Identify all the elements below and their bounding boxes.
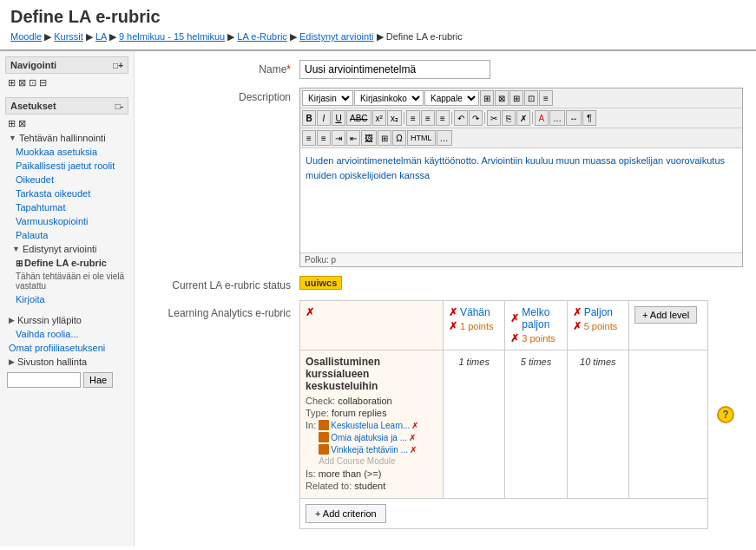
cm-del-1[interactable]: ✗ bbox=[411, 421, 418, 430]
editor-font-select[interactable]: Kirjasin bbox=[302, 90, 353, 106]
search-input[interactable] bbox=[7, 372, 81, 388]
breadcrumb-erubric[interactable]: LA e-Rubric bbox=[237, 31, 286, 42]
sep4 bbox=[532, 112, 533, 124]
editor-icon-btn-3[interactable]: ⊞ bbox=[509, 90, 523, 106]
delete-level-2-icon[interactable]: ✗ bbox=[510, 312, 519, 324]
sidebar-parent-tehtava[interactable]: ▼ Tehtävän hallinnointi bbox=[5, 131, 128, 145]
editor-bold-btn[interactable]: B bbox=[302, 110, 316, 126]
editor-para-btn[interactable]: ¶ bbox=[582, 110, 596, 126]
editor-strikethrough-btn[interactable]: ABC bbox=[346, 110, 371, 126]
editor-sup-btn[interactable]: x² bbox=[372, 110, 386, 126]
sidebar-parent-sivuston[interactable]: ▶ Sivuston hallinta bbox=[5, 355, 128, 369]
add-cm-link[interactable]: Add Course Module bbox=[319, 456, 418, 466]
editor-sub-btn[interactable]: x₂ bbox=[387, 110, 402, 126]
cm-icon-1 bbox=[319, 420, 329, 430]
sidebar-item-define[interactable]: ⊞ Define LA e-rubric bbox=[12, 256, 128, 270]
add-criterion-button[interactable]: + Add criterion bbox=[306, 504, 386, 523]
editor-outdent-btn[interactable]: ⇤ bbox=[346, 130, 360, 146]
editor-paste-btn[interactable]: ✗ bbox=[516, 110, 530, 126]
editor-more-btn[interactable]: … bbox=[549, 110, 565, 126]
sidebar-item-tarkasta[interactable]: Tarkasta oikeudet bbox=[12, 187, 128, 200]
editor-align-center-btn[interactable]: ≡ bbox=[421, 110, 435, 126]
editor-underline-btn[interactable]: U bbox=[332, 110, 345, 126]
sidebar-item-kirjoita[interactable]: Kirjoita bbox=[12, 292, 128, 306]
nav-icon3[interactable]: ⊡ bbox=[29, 77, 36, 88]
navigointi-header: Navigointi □+ bbox=[5, 56, 128, 74]
breadcrumb-kurssit[interactable]: Kurssit bbox=[54, 31, 83, 42]
cm-name-2[interactable]: Omia ajatuksia ja ... bbox=[331, 433, 407, 442]
nav-icon2[interactable]: ⊠ bbox=[18, 77, 26, 88]
search-button[interactable]: Hae bbox=[83, 372, 113, 388]
sidebar-item-vaihda[interactable]: Vaihda roolia... bbox=[5, 327, 128, 341]
delete-pts-1-icon[interactable]: ✗ bbox=[449, 320, 457, 332]
editor-icon-btn-5[interactable]: ≡ bbox=[539, 90, 553, 106]
breadcrumb-la[interactable]: LA bbox=[95, 31, 107, 42]
editor-image-btn[interactable]: 🖼 bbox=[361, 130, 377, 146]
editor-redo-btn[interactable]: ↷ bbox=[469, 110, 483, 126]
editor-copy-btn[interactable]: ⎘ bbox=[502, 110, 516, 126]
breadcrumb-date[interactable]: 9 helmikuu - 15 helmikuu bbox=[119, 31, 225, 42]
cm-name-1[interactable]: Keskustelua Learn... bbox=[331, 421, 410, 430]
editor-icon-btn-4[interactable]: ⊡ bbox=[524, 90, 538, 106]
delete-level-1-icon[interactable]: ✗ bbox=[449, 306, 457, 318]
page-header: Define LA e-rubric Moodle ▶ Kurssit ▶ LA… bbox=[0, 0, 756, 51]
aset-icon2[interactable]: ⊠ bbox=[18, 118, 26, 129]
editor-color-btn[interactable]: A bbox=[535, 110, 549, 126]
level-3-name-text[interactable]: Paljon bbox=[584, 306, 613, 318]
editor-olist-btn[interactable]: ≡ bbox=[317, 130, 331, 146]
delete-criterion-x[interactable]: ✗ bbox=[306, 306, 314, 318]
sidebar-item-muokkaa[interactable]: Muokkaa asetuksia bbox=[12, 145, 128, 159]
sidebar-item-omat[interactable]: Omat profiiliasetukseni bbox=[5, 341, 128, 355]
sidebar-item-tapahtumat[interactable]: Tapahtumat bbox=[12, 200, 128, 214]
editor-indent-btn[interactable]: ⇥ bbox=[332, 130, 345, 146]
nav-icon4[interactable]: ⊟ bbox=[39, 77, 47, 88]
cm-del-3[interactable]: ✗ bbox=[410, 445, 417, 455]
editor-table-btn[interactable]: ⊞ bbox=[378, 130, 391, 146]
editor-content[interactable]: Uuden arviointimenetelmän käyttöönotto. … bbox=[300, 148, 742, 252]
level-2-points-text[interactable]: 3 points bbox=[522, 333, 555, 344]
editor-icon-btn-1[interactable]: ⊞ bbox=[480, 90, 494, 106]
editor-html-btn[interactable]: HTML bbox=[407, 130, 436, 146]
editor-format-select[interactable]: Kappale bbox=[424, 90, 479, 106]
breadcrumb-edistynyt[interactable]: Edistynyt arviointi bbox=[299, 31, 374, 42]
editor-list-btn[interactable]: ≡ bbox=[302, 130, 316, 146]
editor-italic-btn[interactable]: I bbox=[317, 110, 331, 126]
cm-name-3[interactable]: Vinkkejä tehtäviin ... bbox=[331, 445, 408, 455]
expand-icon[interactable]: □+ bbox=[113, 61, 123, 70]
asetukset-expand-icon[interactable]: □- bbox=[115, 101, 123, 111]
level-header-3: ✗ Paljon ✗ 5 points bbox=[568, 301, 629, 350]
editor-align-left-btn[interactable]: ≡ bbox=[406, 110, 420, 126]
module-item-2: Omia ajatuksia ja ... ✗ bbox=[319, 432, 418, 442]
criterion-name[interactable]: Osallistuminen kurssialueen keskusteluih… bbox=[306, 356, 437, 392]
editor-omega-btn[interactable]: Ω bbox=[392, 130, 406, 146]
add-level-button[interactable]: + Add level bbox=[634, 306, 697, 324]
help-icon[interactable]: ? bbox=[717, 406, 734, 423]
sidebar-parent-edistynyt[interactable]: ▼ Edistynyt arviointi bbox=[12, 242, 128, 256]
sidebar-item-paikallisesti[interactable]: Paikallisesti jaetut roolit bbox=[12, 159, 128, 173]
name-input[interactable] bbox=[299, 60, 490, 79]
sidebar-item-varmuus[interactable]: Varmuuskopiointi bbox=[12, 214, 128, 228]
delete-pts-3-icon[interactable]: ✗ bbox=[573, 320, 582, 332]
level-1-name-text[interactable]: Vähän bbox=[460, 306, 490, 318]
sidebar-item-oikeudet[interactable]: Oikeudet bbox=[12, 173, 128, 187]
nav-icon1[interactable]: ⊞ bbox=[8, 77, 16, 88]
editor-size-select[interactable]: Kirjasinkoko bbox=[354, 90, 424, 106]
editor-icon-btn-2[interactable]: ⊠ bbox=[495, 90, 509, 106]
sidebar-item-vastattu[interactable]: Tähän tehtävään ei ole vielä vastattu bbox=[12, 270, 128, 292]
editor-cut-btn[interactable]: ✂ bbox=[487, 110, 501, 126]
delete-pts-2-icon[interactable]: ✗ bbox=[510, 332, 519, 344]
editor-link-btn[interactable]: ↔ bbox=[566, 110, 582, 126]
sidebar-item-palauta[interactable]: Palauta bbox=[12, 228, 128, 242]
level-1-points-text[interactable]: 1 points bbox=[460, 321, 494, 331]
sidebar-sub-items: Muokkaa asetuksia Paikallisesti jaetut r… bbox=[5, 145, 128, 306]
breadcrumb-moodle[interactable]: Moodle bbox=[10, 31, 42, 42]
delete-level-3-icon[interactable]: ✗ bbox=[573, 306, 582, 318]
cm-del-2[interactable]: ✗ bbox=[409, 433, 416, 442]
aset-icon1[interactable]: ⊞ bbox=[8, 118, 16, 129]
editor-undo-btn[interactable]: ↶ bbox=[454, 110, 468, 126]
level-2-name-text[interactable]: Melko paljon bbox=[522, 306, 561, 331]
level-3-points-text[interactable]: 5 points bbox=[584, 321, 618, 331]
editor-align-right-btn[interactable]: ≡ bbox=[436, 110, 450, 126]
sidebar-parent-kurssin[interactable]: ▶ Kurssin ylläpito bbox=[5, 313, 128, 327]
editor-extra-btn[interactable]: … bbox=[437, 130, 452, 146]
